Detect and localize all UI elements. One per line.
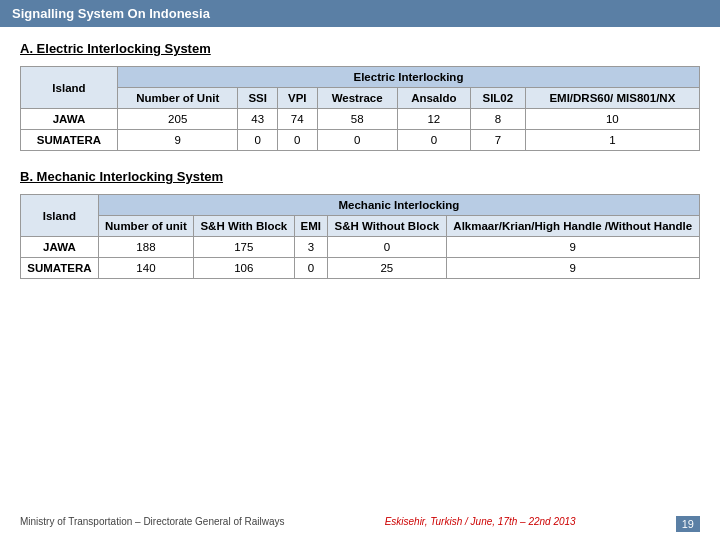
table-row: SUMATERA 140 106 0 25 9 [21,258,700,279]
jawa-sh-with-block: 175 [194,237,294,258]
table-row: SUMATERA 9 0 0 0 0 7 1 [21,130,700,151]
col-number-unit-b: Number of unit [98,216,193,237]
col-emi-drs: EMI/DRS60/ MIS801/NX [525,88,699,109]
sumatera-number-unit-b: 140 [98,258,193,279]
col-number-unit: Number of Unit [117,88,237,109]
sumatera-emi-b: 0 [294,258,328,279]
section-a-title: A. Electric Interlocking System [20,41,700,56]
island-sumatera-a: SUMATERA [21,130,118,151]
col-emi-b: EMI [294,216,328,237]
footer-center: Eskisehir, Turkish / June, 17th – 22nd 2… [385,516,576,532]
island-col-header-a: Island [21,67,118,109]
page-title: Signalling System On Indonesia [12,6,210,21]
page-header: Signalling System On Indonesia [0,0,720,27]
jawa-alkmaar: 9 [446,237,699,258]
island-jawa-a: JAWA [21,109,118,130]
sumatera-emi-drs: 1 [525,130,699,151]
island-jawa-b: JAWA [21,237,99,258]
island-sumatera-b: SUMATERA [21,258,99,279]
jawa-vpi: 74 [277,109,317,130]
sumatera-sil02: 7 [470,130,525,151]
table-row: JAWA 188 175 3 0 9 [21,237,700,258]
col-ssi: SSI [238,88,278,109]
page-footer: Ministry of Transportation – Directorate… [0,516,720,532]
jawa-sil02: 8 [470,109,525,130]
col-sh-without-block: S&H Without Block [328,216,446,237]
col-alkmaar: Alkmaar/Krian/High Handle /Without Handl… [446,216,699,237]
mechanic-interlocking-table: Island Mechanic Interlocking Number of u… [20,194,700,279]
jawa-emi-b: 3 [294,237,328,258]
island-col-header-b: Island [21,195,99,237]
jawa-ansaldo: 12 [397,109,470,130]
sumatera-sh-with-block: 106 [194,258,294,279]
sumatera-vpi: 0 [277,130,317,151]
sumatera-westrace: 0 [317,130,397,151]
jawa-number-unit: 205 [117,109,237,130]
col-vpi: VPI [277,88,317,109]
sumatera-ansaldo: 0 [397,130,470,151]
col-sh-with-block: S&H With Block [194,216,294,237]
jawa-ssi: 43 [238,109,278,130]
mechanic-interlocking-header: Mechanic Interlocking [98,195,699,216]
col-westrace: Westrace [317,88,397,109]
col-ansaldo: Ansaldo [397,88,470,109]
page-number: 19 [676,516,700,532]
jawa-sh-without-block: 0 [328,237,446,258]
footer-left: Ministry of Transportation – Directorate… [20,516,285,532]
electric-interlocking-table: Island Electric Interlocking Number of U… [20,66,700,151]
sumatera-sh-without-block: 25 [328,258,446,279]
col-sil02: SIL02 [470,88,525,109]
main-content: A. Electric Interlocking System Island E… [0,27,720,311]
table-row: JAWA 205 43 74 58 12 8 10 [21,109,700,130]
jawa-westrace: 58 [317,109,397,130]
jawa-number-unit-b: 188 [98,237,193,258]
sumatera-alkmaar: 9 [446,258,699,279]
electric-interlocking-header: Electric Interlocking [117,67,699,88]
sumatera-number-unit: 9 [117,130,237,151]
section-b-title: B. Mechanic Interlocking System [20,169,700,184]
sumatera-ssi: 0 [238,130,278,151]
jawa-emi-drs: 10 [525,109,699,130]
